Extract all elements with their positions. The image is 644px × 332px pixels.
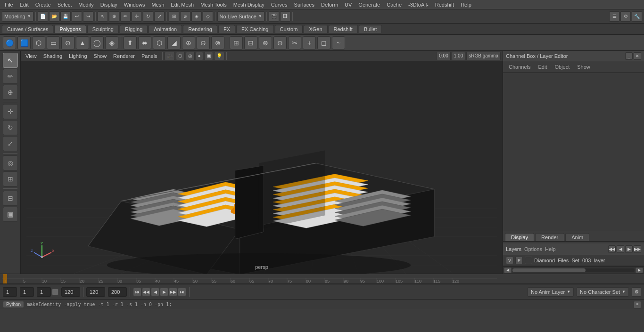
vp-wireframe-btn[interactable]: ⬡	[176, 52, 185, 60]
play-last-btn[interactable]: ⏭	[178, 288, 186, 296]
vp-texture-btn[interactable]: ▣	[204, 52, 213, 60]
soft-select-btn[interactable]: ◎	[3, 155, 18, 170]
show-manipulator-btn[interactable]: ⊞	[3, 171, 18, 186]
layers-nav-last[interactable]: ▶▶	[634, 245, 641, 253]
paint-tool-btn[interactable]: ✏	[120, 11, 131, 22]
shelf-multi-cut[interactable]: ✂	[288, 36, 301, 49]
snap-curve-btn[interactable]: ⌀	[180, 11, 190, 22]
menu-edit[interactable]: Edit	[17, 1, 32, 8]
layers-help-btn[interactable]: Help	[545, 246, 556, 252]
vp-camera-btn[interactable]: 🎥	[165, 52, 175, 60]
object-tab[interactable]: Object	[553, 63, 571, 71]
shelf-prism[interactable]: ◈	[105, 36, 118, 49]
shelf-target-weld[interactable]: ⊙	[273, 36, 287, 49]
select-tool-btn[interactable]: ↖	[98, 11, 108, 22]
shelf-cube[interactable]: 🟦	[17, 36, 31, 49]
play-first-btn[interactable]: ⏮	[133, 288, 141, 296]
shelf-torus[interactable]: ⊙	[61, 36, 74, 49]
frame-indicator-field[interactable]: 1	[37, 287, 51, 297]
shelf-connect[interactable]: ⊛	[259, 36, 272, 49]
menu-display[interactable]: Display	[98, 1, 120, 8]
vp-cam-value[interactable]: 0.00	[437, 52, 450, 60]
channels-tab[interactable]: Channels	[507, 63, 532, 71]
menu-select[interactable]: Select	[55, 1, 75, 8]
menu-deform[interactable]: Deform	[318, 1, 341, 8]
display-tab[interactable]: Display	[505, 233, 534, 241]
right-panel-scrollbar[interactable]: ◀ ▶	[503, 266, 644, 274]
menu-mesh-tools[interactable]: Mesh Tools	[198, 1, 229, 8]
tool-settings-btn[interactable]: 🔧	[632, 11, 642, 22]
menu-edit-mesh[interactable]: Edit Mesh	[168, 1, 197, 8]
menu-modify[interactable]: Modify	[75, 1, 96, 8]
save-scene-btn[interactable]: 💾	[60, 11, 71, 22]
menu-redshift[interactable]: Redshift	[432, 1, 457, 8]
step-back-btn[interactable]: ◀	[151, 288, 159, 296]
move-tool-btn[interactable]: ✛	[132, 11, 142, 22]
play-forward-fast-btn[interactable]: ▶▶	[169, 288, 177, 296]
no-live-surface-dropdown[interactable]: No Live Surface ▼	[217, 11, 264, 22]
rotate-tool-btn[interactable]: ↻	[143, 11, 153, 22]
play-back-btn[interactable]: ◀◀	[142, 288, 150, 296]
vp-menu-lighting[interactable]: Lighting	[66, 53, 90, 59]
menu-curves[interactable]: Curves	[268, 1, 290, 8]
panel-minimize-btn[interactable]: _	[625, 52, 633, 60]
tab-custom[interactable]: Custom	[275, 25, 303, 33]
layer-playback-btn[interactable]: P	[515, 257, 523, 264]
channel-box-btn[interactable]: ☰	[609, 11, 619, 22]
menu-windows[interactable]: Windows	[121, 1, 148, 8]
tab-fx-caching[interactable]: FX Caching	[236, 25, 273, 33]
paint-selection-btn[interactable]: ✏	[3, 69, 18, 84]
scroll-left-btn[interactable]: ◀	[504, 267, 512, 273]
shelf-append-polygon[interactable]: +	[303, 36, 316, 49]
shelf-disk[interactable]: ◯	[91, 36, 104, 49]
edit-tab[interactable]: Edit	[536, 63, 549, 71]
scroll-right-btn[interactable]: ▶	[636, 267, 643, 273]
shelf-cone[interactable]: ▲	[76, 36, 89, 49]
menu-3dtoall[interactable]: -3DtoAll-	[405, 1, 431, 8]
vp-xray-btn[interactable]: ◎	[186, 52, 195, 60]
snap-grid-btn[interactable]: ⊞	[169, 11, 179, 22]
layers-nav-next[interactable]: ▶	[625, 245, 633, 253]
scale-tool-btn[interactable]: ⤢	[154, 11, 165, 22]
frame-current-field[interactable]: 1	[20, 287, 34, 297]
layer-visibility-btn[interactable]: V	[506, 257, 513, 264]
timeline-ruler[interactable]: 1 5 10 15 20 25 30 35 40 45 50 55 60 65 …	[0, 274, 644, 284]
vp-light-btn[interactable]: 💡	[214, 52, 224, 60]
vp-focal-value[interactable]: 1.00	[452, 52, 465, 60]
tab-rigging[interactable]: Rigging	[120, 25, 148, 33]
vp-menu-renderer[interactable]: Renderer	[110, 53, 138, 59]
lasso-btn[interactable]: ⊕	[3, 85, 18, 100]
shelf-bridge[interactable]: ⬌	[138, 36, 151, 49]
script-editor-btn[interactable]: ≡	[634, 301, 641, 308]
redo-btn[interactable]: ↪	[83, 11, 93, 22]
menu-file[interactable]: File	[2, 1, 16, 8]
tab-rendering[interactable]: Rendering	[183, 25, 217, 33]
shelf-cylinder[interactable]: ⬡	[32, 36, 45, 49]
attribute-editor-btn[interactable]: ⚙	[620, 11, 631, 22]
undo-btn[interactable]: ↩	[72, 11, 82, 22]
vp-menu-panels[interactable]: Panels	[139, 53, 160, 59]
preferences-btn[interactable]: ⚙	[632, 287, 641, 297]
vp-colorspace[interactable]: sRGB gamma	[466, 52, 501, 60]
shelf-offset-edge[interactable]: ⊟	[244, 36, 257, 49]
vp-menu-view[interactable]: View	[23, 53, 40, 59]
frame-start-field[interactable]: 1	[3, 287, 17, 297]
layers-options-btn[interactable]: Options	[524, 246, 542, 252]
tab-redshift[interactable]: Redshift	[329, 25, 358, 33]
frame-end-field[interactable]: 120	[61, 287, 80, 297]
shelf-plane[interactable]: ▭	[47, 36, 60, 49]
tab-animation[interactable]: Animation	[149, 25, 182, 33]
shelf-extrude[interactable]: ⬆	[124, 36, 137, 49]
layers-nav-first[interactable]: ◀◀	[608, 245, 616, 253]
snap-point-btn[interactable]: ◈	[191, 11, 202, 22]
shelf-quad-draw[interactable]: ◻	[317, 36, 330, 49]
menu-cache[interactable]: Cache	[384, 1, 405, 8]
tab-bullet[interactable]: Bullet	[359, 25, 382, 33]
vp-menu-shading[interactable]: Shading	[41, 53, 65, 59]
menu-create[interactable]: Create	[33, 1, 54, 8]
anim-layer-dropdown[interactable]: No Anim Layer ▼	[528, 287, 574, 297]
shelf-fill-hole[interactable]: ⬡	[153, 36, 166, 49]
move-btn[interactable]: ✛	[3, 104, 18, 119]
lasso-tool-btn[interactable]: ⊕	[109, 11, 119, 22]
anim-tab[interactable]: Anim	[565, 233, 589, 241]
